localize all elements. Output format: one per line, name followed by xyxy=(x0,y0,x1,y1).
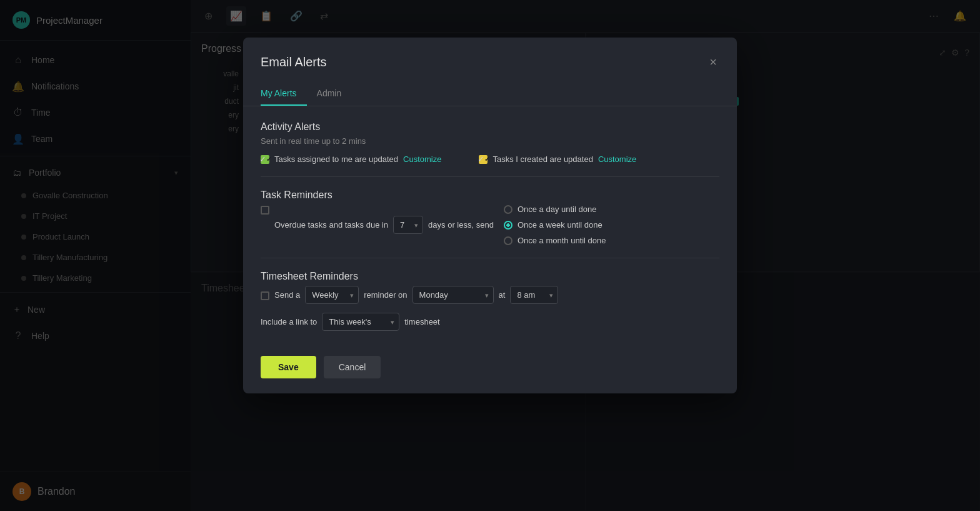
time-select[interactable]: 8 am 6 am 7 am 9 am 10 am xyxy=(510,286,558,304)
task-reminders-options: Overdue tasks and tasks due in 7 days or… xyxy=(274,205,606,245)
cancel-button[interactable]: Cancel xyxy=(324,356,381,378)
created-tasks-customize[interactable]: Customize xyxy=(598,154,636,164)
timesheet-send-row: Send a Weekly Daily Monthly reminder on … xyxy=(261,286,719,304)
radio-btn-once-week[interactable] xyxy=(504,221,512,230)
assigned-tasks-customize[interactable]: Customize xyxy=(403,154,441,164)
timesheet-suffix-label: timesheet xyxy=(404,317,439,326)
email-alerts-modal: Email Alerts × My Alerts Admin Activity … xyxy=(243,38,737,393)
activity-alerts-subtitle: Sent in real time up to 2 mins xyxy=(261,136,719,146)
modal-title: Email Alerts xyxy=(261,55,327,69)
reminder-on-label: reminder on xyxy=(364,290,407,300)
task-reminder-row: Overdue tasks and tasks due in 7 days or… xyxy=(261,205,719,245)
frequency-select-wrapper: Weekly Daily Monthly xyxy=(305,286,359,304)
modal-divider-2 xyxy=(261,258,719,258)
radio-btn-once-month[interactable] xyxy=(504,236,512,245)
created-tasks-label: Tasks I created are updated xyxy=(492,154,592,164)
modal-divider-1 xyxy=(261,176,719,177)
time-select-wrapper: 8 am 6 am 7 am 9 am 10 am xyxy=(510,286,558,304)
modal-footer: Save Cancel xyxy=(243,346,737,393)
task-reminders-title: Task Reminders xyxy=(261,190,719,201)
frequency-radio-group: Once a day until done Once a week until … xyxy=(504,205,606,245)
radio-once-week-label: Once a week until done xyxy=(518,220,602,230)
link-select[interactable]: This week's Last week's Current month xyxy=(322,313,399,331)
send-label: Send a xyxy=(274,290,300,300)
day-select-wrapper: Monday Tuesday Wednesday Thursday Friday xyxy=(412,286,494,304)
assigned-tasks-label: Tasks assigned to me are updated xyxy=(274,154,398,164)
days-suffix-label: days or less, send xyxy=(428,220,494,230)
radio-once-day-label: Once a day until done xyxy=(518,205,596,214)
days-select[interactable]: 7 xyxy=(393,216,423,234)
created-tasks-checkbox[interactable]: ✓ xyxy=(479,155,488,164)
timesheet-reminders-section: Timesheet Reminders Send a Weekly Daily … xyxy=(261,271,719,331)
day-select[interactable]: Monday Tuesday Wednesday Thursday Friday xyxy=(412,286,494,304)
timesheet-checkbox[interactable] xyxy=(261,291,269,300)
tab-admin[interactable]: Admin xyxy=(317,82,352,106)
frequency-select[interactable]: Weekly Daily Monthly xyxy=(305,286,359,304)
tab-my-alerts[interactable]: My Alerts xyxy=(261,82,307,106)
close-button[interactable]: × xyxy=(707,53,719,72)
link-select-wrapper: This week's Last week's Current month xyxy=(322,313,399,331)
days-select-wrapper: 7 xyxy=(393,216,423,234)
task-reminders-section: Task Reminders Overdue tasks and tasks d… xyxy=(261,190,719,245)
timesheet-reminders-title: Timesheet Reminders xyxy=(261,271,719,282)
assigned-tasks-checkbox-item: ✓ Tasks assigned to me are updated Custo… xyxy=(261,154,441,164)
modal-overlay: Email Alerts × My Alerts Admin Activity … xyxy=(0,0,980,511)
overdue-label: Overdue tasks and tasks due in xyxy=(274,220,388,230)
modal-tabs: My Alerts Admin xyxy=(243,82,737,106)
assigned-tasks-checkbox[interactable]: ✓ xyxy=(261,155,269,164)
include-label: Include a link to xyxy=(261,317,317,326)
radio-once-month[interactable]: Once a month until done xyxy=(504,236,606,245)
activity-alerts-section: Activity Alerts Sent in real time up to … xyxy=(261,121,719,164)
at-label: at xyxy=(499,290,506,300)
timesheet-link-row: Include a link to This week's Last week'… xyxy=(261,313,719,331)
activity-alerts-title: Activity Alerts xyxy=(261,121,719,133)
radio-once-day[interactable]: Once a day until done xyxy=(504,205,606,214)
modal-header: Email Alerts × xyxy=(243,38,737,72)
task-reminder-checkbox[interactable] xyxy=(261,206,269,215)
radio-btn-once-day[interactable] xyxy=(504,205,512,214)
radio-once-week[interactable]: Once a week until done xyxy=(504,220,606,230)
save-button[interactable]: Save xyxy=(261,356,316,378)
modal-body: Activity Alerts Sent in real time up to … xyxy=(243,106,737,346)
activity-alerts-checkboxes: ✓ Tasks assigned to me are updated Custo… xyxy=(261,154,719,164)
created-tasks-checkbox-item: ✓ Tasks I created are updated Customize xyxy=(479,154,636,164)
radio-once-month-label: Once a month until done xyxy=(518,236,606,245)
